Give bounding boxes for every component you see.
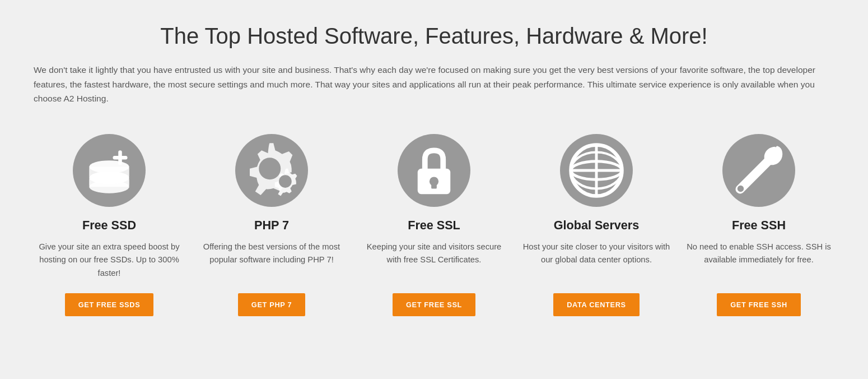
svg-point-17 [738,186,744,192]
feature-desc-servers: Host your site closer to your visitors w… [521,241,672,280]
features-grid: Free SSD Give your site an extra speed b… [34,134,834,317]
feature-card-servers: Global Servers Host your site closer to … [521,134,672,317]
feature-desc-ssl: Keeping your site and visitors secure wi… [358,241,510,280]
php-icon [235,134,308,207]
ssd-icon [73,134,146,207]
feature-desc-ssd: Give your site an extra speed boost by h… [34,241,185,280]
feature-title-ssh: Free SSH [732,218,786,233]
cta-button-ssd[interactable]: GET FREE SSDS [65,293,154,316]
feature-card-ssl: Free SSL Keeping your site and visitors … [358,134,510,317]
cta-button-ssh[interactable]: GET FREE SSH [717,293,801,316]
svg-rect-6 [113,156,128,160]
svg-point-7 [259,158,281,179]
svg-point-4 [89,160,129,173]
wrench-icon [722,134,795,207]
feature-desc-ssh: No need to enable SSH access. SSH is ava… [683,241,834,280]
cta-button-servers[interactable]: DATA CENTERS [553,293,640,316]
page-wrapper: The Top Hosted Software, Features, Hardw… [0,0,868,350]
svg-point-8 [279,175,292,188]
ssl-icon [398,134,470,207]
feature-card-ssd: Free SSD Give your site an extra speed b… [34,134,185,317]
page-description: We don't take it lightly that you have e… [34,63,834,106]
svg-rect-11 [431,181,437,188]
feature-title-php: PHP 7 [254,218,289,233]
feature-title-ssd: Free SSD [82,218,136,233]
feature-title-ssl: Free SSL [408,218,460,233]
cta-button-ssl[interactable]: GET FREE SSL [393,293,475,316]
feature-card-ssh: Free SSH No need to enable SSH access. S… [683,134,834,317]
globe-icon [560,134,633,207]
feature-title-servers: Global Servers [554,218,639,233]
feature-desc-php: Offering the best versions of the most p… [196,241,347,280]
cta-button-php[interactable]: GET PHP 7 [238,293,305,316]
feature-card-php: PHP 7 Offering the best versions of the … [196,134,347,317]
page-title: The Top Hosted Software, Features, Hardw… [34,22,834,49]
